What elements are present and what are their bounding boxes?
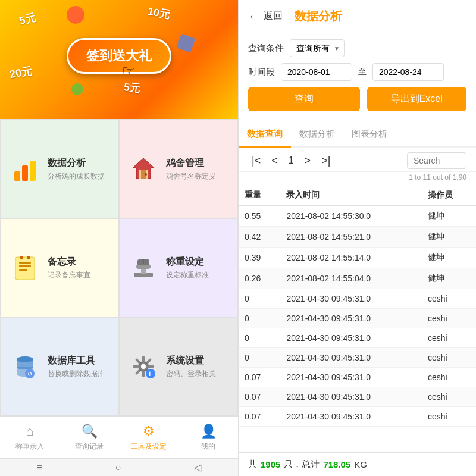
nav-label-2: 查询记录 (75, 441, 104, 452)
filter-row-date: 时间段 至 (248, 63, 466, 81)
home-icon: ⌂ (26, 424, 33, 439)
export-button[interactable]: 导出到Excel (367, 87, 467, 111)
menu-title-5: 数据库工具 (48, 355, 105, 367)
menu-title-2: 鸡舍管理 (166, 157, 216, 170)
checkin-button[interactable]: 签到送大礼 (67, 38, 171, 74)
date-to-input[interactable] (372, 63, 444, 81)
nav-label-4: 我的 (201, 441, 215, 452)
nav-weigh-entry[interactable]: ⌂ 称重录入 (0, 424, 60, 452)
summary-count: 1905 (261, 459, 280, 469)
table-row: 0.072021-04-30 09:45:31.0ceshi (239, 407, 476, 427)
cell-operator: 健坤 (422, 227, 476, 248)
svg-rect-8 (19, 262, 31, 264)
menu-item-database[interactable]: ↺ 数据库工具 替换或删除数据库 (1, 318, 118, 415)
summary-unit: KG (354, 459, 367, 469)
filter-row-query: 查询条件 查询所有 (248, 39, 466, 57)
table-row: 02021-04-30 09:45:31.0ceshi (239, 289, 476, 309)
table-row: 0.552021-08-02 14:55:30.0健坤 (239, 206, 476, 227)
prev-page-button[interactable]: < (268, 154, 281, 168)
cell-weight: 0.07 (239, 368, 280, 387)
svg-rect-1 (22, 165, 28, 181)
nav-mine[interactable]: 👤 我的 (178, 424, 238, 452)
nav-query-records[interactable]: 🔍 查询记录 (60, 424, 119, 452)
tab-chart-analysis[interactable]: 图表分析 (343, 123, 396, 148)
svg-line-27 (137, 360, 139, 362)
search-nav-icon: 🔍 (82, 424, 98, 439)
cell-weight: 0.07 (239, 407, 280, 427)
filter-area: 查询条件 查询所有 时间段 至 查询 导出到Excel (239, 33, 476, 120)
cell-weight: 0.39 (239, 248, 280, 268)
money-label-4: 5元 (123, 80, 141, 96)
tab-data-analysis[interactable]: 数据分析 (291, 123, 343, 148)
nav-label-1: 称重录入 (15, 441, 44, 452)
gear-nav-icon: ⚙ (143, 424, 155, 439)
bar-chart-icon (8, 152, 42, 186)
menu-item-memo[interactable]: 备忘录 记录备忘事宜 (1, 219, 118, 317)
cell-time: 2021-04-30 09:45:31.0 (280, 289, 421, 309)
summary-row: 共 1905 只，总计 718.05 KG (239, 452, 476, 476)
table-row: 0.392021-08-02 14:55:14.0健坤 (239, 248, 476, 268)
summary-separator: 只，总计 (284, 459, 320, 470)
cell-time: 2021-04-30 09:45:31.0 (280, 348, 421, 368)
cell-time: 2021-04-30 09:45:31.0 (280, 407, 421, 427)
query-button[interactable]: 查询 (248, 87, 360, 111)
col-header-time: 录入时间 (280, 185, 421, 206)
system-bar: ≡ ○ ◁ (0, 458, 238, 476)
svg-rect-0 (14, 171, 20, 181)
action-row: 查询 导出到Excel (248, 87, 466, 111)
cell-time: 2021-04-30 09:45:31.0 (280, 309, 421, 328)
svg-line-29 (148, 360, 150, 362)
cell-time: 2021-08-02 14:55:04.0 (280, 268, 421, 289)
menu-title-3: 备忘录 (48, 256, 90, 268)
query-select[interactable]: 查询所有 (290, 39, 345, 57)
tab-data-query[interactable]: 数据查询 (239, 123, 291, 148)
cell-time: 2021-04-30 09:45:31.0 (280, 328, 421, 348)
menu-title-1: 数据分析 (48, 157, 105, 170)
query-select-wrapper[interactable]: 查询所有 (290, 39, 345, 57)
svg-rect-7 (15, 257, 35, 280)
menu-item-system-settings[interactable]: i 系统设置 密码、登录相关 (120, 318, 237, 415)
cell-operator: ceshi (422, 309, 476, 328)
banner: 5元 10元 20元 5元 签到送大礼 ☞ (0, 0, 238, 119)
person-nav-icon: 👤 (201, 424, 217, 439)
back-arrow-icon: ← (248, 10, 260, 23)
back-label: 返回 (264, 10, 283, 23)
menu-title-4: 称重设定 (166, 256, 209, 268)
cell-weight: 0.26 (239, 268, 280, 289)
cell-weight: 0 (239, 348, 280, 368)
date-separator: 至 (358, 67, 367, 77)
cell-operator: ceshi (422, 387, 476, 407)
cell-time: 2021-08-02 14:55:30.0 (280, 206, 421, 227)
menu-item-weight-setting[interactable]: 称重设定 设定称重标准 (120, 219, 237, 317)
back-sys-icon[interactable]: ◁ (194, 462, 201, 473)
back-button[interactable]: ← 返回 (248, 10, 283, 23)
summary-prefix: 共 (248, 459, 257, 470)
data-table: 重量 录入时间 操作员 0.552021-08-02 14:55:30.0健坤0… (239, 185, 476, 452)
search-input[interactable] (407, 152, 466, 169)
house-icon (127, 152, 160, 186)
bottom-nav: ⌂ 称重录入 🔍 查询记录 ⚙ 工具及设定 👤 我的 (0, 416, 238, 458)
menu-item-henhouse[interactable]: 鸡舍管理 鸡舍号名称定义 (120, 120, 237, 218)
first-page-button[interactable]: |< (248, 154, 264, 168)
nav-tools-settings[interactable]: ⚙ 工具及设定 (119, 424, 178, 452)
menu-sys-icon[interactable]: ≡ (36, 462, 42, 473)
menu-item-data-analysis[interactable]: 数据分析 分析鸡的成长数据 (1, 120, 118, 218)
left-panel: 5元 10元 20元 5元 签到送大礼 ☞ 数据分析 分析鸡的成长数据 (0, 0, 238, 476)
cell-time: 2021-08-02 14:55:21.0 (280, 227, 421, 248)
cell-weight: 0 (239, 328, 280, 348)
tabs-row: 数据查询 数据分析 图表分析 (239, 123, 476, 148)
home-sys-icon[interactable]: ○ (115, 462, 121, 473)
table-row: 0.262021-08-02 14:55:04.0健坤 (239, 268, 476, 289)
cell-operator: 健坤 (422, 268, 476, 289)
menu-grid: 数据分析 分析鸡的成长数据 鸡舍管理 鸡舍号名称定义 (0, 119, 238, 416)
table-row: 0.422021-08-02 14:55:21.0健坤 (239, 227, 476, 248)
right-panel: ← 返回 数据分析 查询条件 查询所有 时间段 至 查询 导出到Excel (238, 0, 476, 476)
cell-operator: 健坤 (422, 206, 476, 227)
cell-time: 2021-04-30 09:45:31.0 (280, 387, 421, 407)
svg-rect-12 (27, 256, 30, 259)
date-from-input[interactable] (281, 63, 352, 81)
next-page-button[interactable]: > (301, 154, 315, 168)
svg-rect-11 (20, 256, 23, 259)
svg-rect-10 (19, 269, 27, 271)
last-page-button[interactable]: >| (318, 154, 334, 168)
